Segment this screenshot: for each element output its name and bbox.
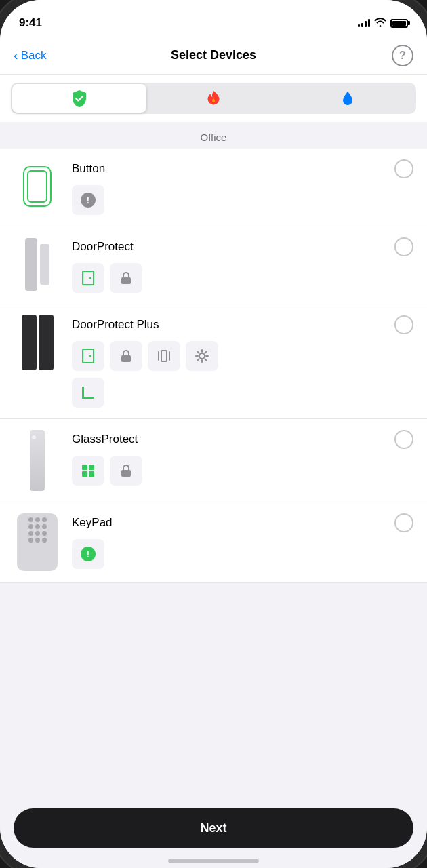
help-icon: ?: [399, 50, 406, 62]
battery-icon: [390, 19, 408, 28]
tag-door: [72, 263, 104, 293]
device-name: KeyPad: [72, 516, 113, 530]
home-indicator: [168, 859, 259, 863]
alert-icon: !: [81, 193, 96, 208]
device-select-radio[interactable]: [394, 159, 413, 178]
water-icon: [338, 89, 357, 108]
segment-control: [11, 83, 416, 114]
device-content-glassprotect: GlassProtect: [72, 430, 413, 486]
back-button[interactable]: ‹ Back: [14, 48, 46, 63]
device-tags-button: !: [72, 185, 413, 215]
device-name: Button: [72, 162, 105, 176]
device-header-doorprotect: DoorProtect: [72, 237, 413, 256]
device-tags-doorprotect: [72, 263, 413, 293]
bracket-icon: [82, 387, 94, 399]
main-content: Office Button !: [0, 75, 427, 868]
page-title: Select Devices: [171, 48, 256, 62]
device-tags-doorprotect-plus-2: [72, 378, 413, 408]
device-image-doorprotect: [14, 237, 61, 292]
tag-vibration: [148, 341, 180, 371]
next-button-container: Next: [14, 808, 413, 848]
list-item: KeyPad !: [0, 502, 427, 583]
device-name: DoorProtect Plus: [72, 318, 159, 332]
device-content-keypad: KeyPad !: [72, 513, 413, 569]
device-tags-glassprotect: [72, 456, 413, 486]
phone-shell: 9:41 ‹ Back Sele: [0, 0, 427, 868]
device-header-button: Button: [72, 159, 413, 178]
device-select-radio[interactable]: [394, 237, 413, 256]
grid-icon: [82, 465, 94, 477]
device-content-doorprotect: DoorProtect: [72, 237, 413, 293]
device-select-radio[interactable]: [394, 513, 413, 532]
wifi-icon: [374, 18, 386, 29]
device-name: DoorProtect: [72, 240, 134, 254]
device-image-doorprotect-plus: [14, 315, 61, 370]
svg-line-6: [205, 359, 206, 360]
device-tags-doorprotect-plus: [72, 341, 413, 371]
status-icons: [358, 18, 408, 29]
device-tags-keypad: !: [72, 539, 413, 569]
shield-icon: [70, 89, 89, 108]
lock-icon: [120, 465, 132, 477]
button-device-icon: [23, 166, 52, 207]
nav-bar: ‹ Back Select Devices ?: [0, 37, 427, 75]
help-button[interactable]: ?: [392, 45, 413, 66]
section-label: Office: [201, 132, 227, 143]
tag-lock: [110, 263, 142, 293]
device-header-glassprotect: GlassProtect: [72, 430, 413, 449]
tag-lock: [110, 341, 142, 371]
tag-lock: [110, 456, 142, 486]
device-header-doorprotect-plus: DoorProtect Plus: [72, 315, 413, 334]
fire-icon: [204, 89, 223, 108]
next-label: Next: [200, 821, 226, 835]
svg-line-8: [198, 359, 199, 360]
keypad-device-icon: [17, 513, 58, 571]
back-chevron-icon: ‹: [14, 47, 18, 63]
doorprotect-plus-device-icon: [22, 315, 54, 370]
svg-line-5: [198, 352, 199, 353]
tab-fire[interactable]: [146, 84, 281, 113]
list-item: DoorProtect Plus: [0, 304, 427, 419]
device-content-button: Button !: [72, 159, 413, 215]
tag-alert-green: !: [72, 539, 104, 569]
device-image-keypad: [14, 513, 61, 571]
status-bar: 9:41: [0, 0, 427, 37]
device-image-button: [14, 159, 61, 214]
tag-grid: [72, 456, 104, 486]
svg-line-7: [205, 352, 206, 353]
tab-water[interactable]: [281, 84, 415, 113]
doorprotect-device-icon: [25, 237, 49, 292]
lock-icon: [120, 272, 132, 284]
svg-point-0: [199, 353, 205, 359]
section-header: Office: [0, 122, 427, 149]
vibration-icon: [158, 350, 170, 362]
next-button[interactable]: Next: [14, 808, 413, 848]
device-image-glassprotect: [14, 430, 61, 491]
segment-container: [0, 75, 427, 122]
lock-icon: [120, 350, 132, 362]
signal-icon: [358, 19, 370, 27]
alert-green-icon: !: [81, 547, 96, 561]
list-item: DoorProtect: [0, 226, 427, 304]
list-item: GlassProtect: [0, 419, 427, 502]
tag-sun: [186, 341, 218, 371]
tag-alert: !: [72, 185, 104, 215]
device-name: GlassProtect: [72, 433, 138, 446]
tag-bracket: [72, 378, 104, 408]
status-time: 9:41: [19, 16, 42, 30]
sun-icon: [195, 349, 209, 363]
device-content-doorprotect-plus: DoorProtect Plus: [72, 315, 413, 408]
glassprotect-device-icon: [30, 430, 45, 491]
door-icon: [82, 271, 94, 285]
door-icon: [82, 349, 94, 363]
tab-security[interactable]: [12, 84, 146, 113]
tag-door: [72, 341, 104, 371]
device-select-radio[interactable]: [394, 430, 413, 449]
device-select-radio[interactable]: [394, 315, 413, 334]
device-header-keypad: KeyPad: [72, 513, 413, 532]
back-label: Back: [21, 49, 47, 62]
list-item: Button !: [0, 149, 427, 226]
